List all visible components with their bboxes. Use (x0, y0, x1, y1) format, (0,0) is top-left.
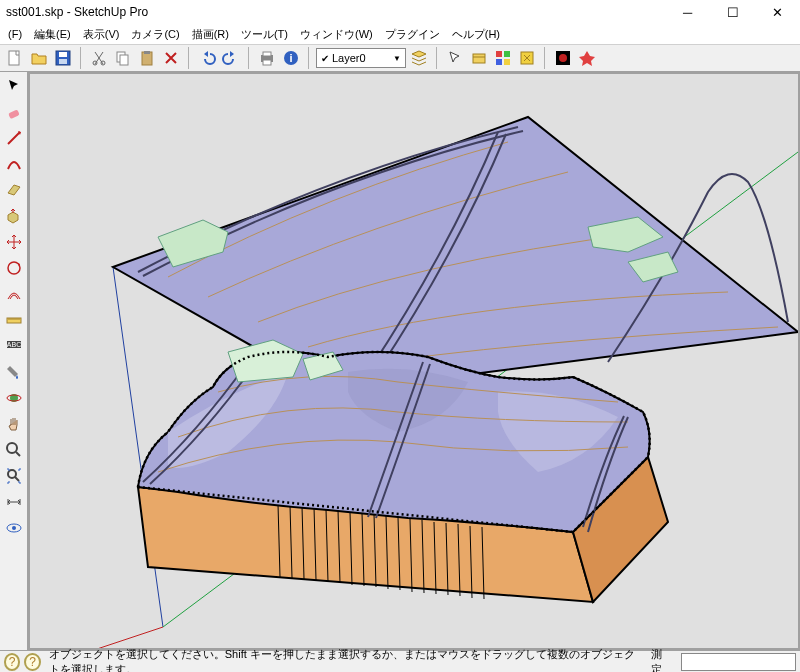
plugin-1-button[interactable] (552, 47, 574, 69)
svg-text:i: i (289, 52, 292, 64)
work-area: ABC (0, 72, 800, 650)
menu-camera[interactable]: カメラ(C) (127, 25, 183, 44)
menu-file[interactable]: (F) (4, 26, 26, 42)
menu-window[interactable]: ウィンドウ(W) (296, 25, 377, 44)
move-button[interactable] (2, 230, 26, 254)
svg-rect-11 (263, 52, 271, 56)
status-hint-1-icon[interactable]: ? (4, 653, 20, 671)
menu-plugin[interactable]: プラグイン (381, 25, 444, 44)
svg-point-31 (8, 470, 16, 478)
svg-rect-9 (144, 51, 150, 54)
layer-current-label: Layer0 (332, 52, 366, 64)
rotate-button[interactable] (2, 256, 26, 280)
menu-draw[interactable]: 描画(R) (188, 25, 233, 44)
delete-button[interactable] (160, 47, 182, 69)
svg-rect-15 (473, 54, 485, 63)
svg-point-30 (7, 443, 17, 453)
tape-button[interactable] (2, 308, 26, 332)
svg-rect-19 (504, 59, 510, 65)
plugin-2-button[interactable] (576, 47, 598, 69)
window-title: sst001.skp - SketchUp Pro (6, 5, 148, 19)
zoom-button[interactable] (2, 438, 26, 462)
redo-button[interactable] (220, 47, 242, 69)
svg-rect-16 (496, 51, 502, 57)
side-toolbar: ABC (0, 72, 28, 650)
styles-button[interactable] (516, 47, 538, 69)
xray-button[interactable] (2, 516, 26, 540)
select-button[interactable] (2, 74, 26, 98)
menu-edit[interactable]: 編集(E) (30, 25, 75, 44)
measure-label: 測定 (645, 645, 676, 673)
svg-point-22 (559, 54, 567, 62)
pan-button[interactable] (2, 412, 26, 436)
menu-bar: (F) 編集(E) 表示(V) カメラ(C) 描画(R) ツール(T) ウィンド… (0, 24, 800, 44)
window-controls: ─ ☐ ✕ (665, 0, 800, 24)
viewport[interactable] (28, 72, 800, 650)
undo-button[interactable] (196, 47, 218, 69)
svg-point-33 (12, 526, 16, 530)
svg-rect-2 (59, 52, 67, 57)
svg-rect-23 (8, 109, 20, 119)
svg-point-5 (101, 61, 105, 65)
layer-selector[interactable]: ✔ Layer0 ▼ (316, 48, 406, 68)
menu-tool[interactable]: ツール(T) (237, 25, 292, 44)
svg-rect-17 (504, 51, 510, 57)
svg-point-4 (93, 61, 97, 65)
layer-visible-check-icon: ✔ (321, 53, 329, 64)
title-bar: sst001.skp - SketchUp Pro ─ ☐ ✕ (0, 0, 800, 24)
select-tool-button[interactable] (444, 47, 466, 69)
open-file-button[interactable] (28, 47, 50, 69)
svg-rect-7 (120, 55, 128, 65)
menu-view[interactable]: 表示(V) (79, 25, 124, 44)
line-button[interactable] (2, 126, 26, 150)
svg-rect-18 (496, 59, 502, 65)
copy-button[interactable] (112, 47, 134, 69)
save-file-button[interactable] (52, 47, 74, 69)
pushpull-button[interactable] (2, 204, 26, 228)
materials-button[interactable] (492, 47, 514, 69)
cut-button[interactable] (88, 47, 110, 69)
paste-button[interactable] (136, 47, 158, 69)
menu-help[interactable]: ヘルプ(H) (448, 25, 504, 44)
maximize-button[interactable]: ☐ (710, 0, 755, 24)
offset-button[interactable] (2, 282, 26, 306)
close-button[interactable]: ✕ (755, 0, 800, 24)
svg-rect-3 (59, 59, 67, 64)
status-hint-text: オブジェクトを選択してください。Shift キーを押したまま選択するか、またはマ… (49, 647, 645, 673)
eraser-button[interactable] (2, 100, 26, 124)
zoom-extents-button[interactable] (2, 464, 26, 488)
orbit-button[interactable] (2, 386, 26, 410)
minimize-button[interactable]: ─ (665, 0, 710, 24)
status-hint-2-icon[interactable]: ? (24, 653, 40, 671)
layer-manager-button[interactable] (408, 47, 430, 69)
component-button[interactable] (468, 47, 490, 69)
svg-text:ABC: ABC (6, 341, 20, 348)
svg-rect-12 (263, 60, 271, 65)
text-button[interactable]: ABC (2, 334, 26, 358)
rectangle-button[interactable] (2, 178, 26, 202)
measure-value-input[interactable] (681, 653, 796, 671)
arc-button[interactable] (2, 152, 26, 176)
main-toolbar: i ✔ Layer0 ▼ (0, 44, 800, 72)
new-file-button[interactable] (4, 47, 26, 69)
dimension-button[interactable] (2, 490, 26, 514)
model-scene-icon (28, 72, 800, 650)
svg-rect-0 (9, 51, 19, 65)
chevron-down-icon: ▼ (393, 54, 401, 63)
print-button[interactable] (256, 47, 278, 69)
model-info-button[interactable]: i (280, 47, 302, 69)
status-bar: ? ? オブジェクトを選択してください。Shift キーを押したまま選択するか、… (0, 650, 800, 672)
paint-button[interactable] (2, 360, 26, 384)
